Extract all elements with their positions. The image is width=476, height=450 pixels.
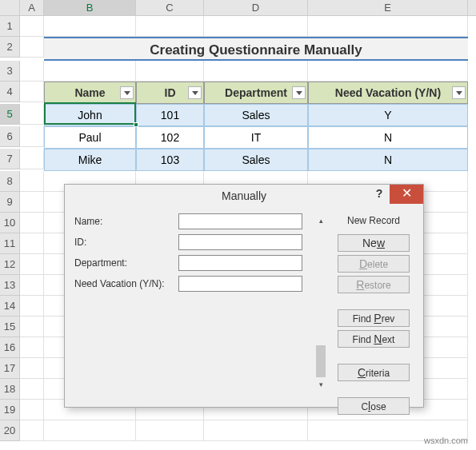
cell[interactable] [20,61,44,82]
cell[interactable] [20,317,44,337]
cell[interactable] [44,420,136,441]
cell[interactable] [20,171,44,192]
cell[interactable] [20,275,44,296]
find-prev-button[interactable]: Find Prev [338,309,410,327]
cell[interactable] [20,37,44,58]
filter-icon[interactable] [452,86,466,99]
cell-name[interactable]: Mike [44,149,136,171]
title-cell[interactable]: Creating Questionnaire Manually [44,37,468,61]
header-label: Name [74,86,105,99]
find-next-button[interactable]: Find Next [338,330,410,348]
row-header[interactable]: 19 [0,400,20,420]
row-header[interactable]: 18 [0,379,20,400]
cell[interactable] [20,233,44,254]
col-header-b[interactable]: B [44,0,136,16]
row-header[interactable]: 11 [0,233,20,254]
cell-name[interactable]: Paul [44,126,136,149]
cell-dept[interactable]: Sales [204,104,308,126]
row-header[interactable]: 16 [0,337,20,358]
cell[interactable] [20,379,44,400]
cell-vac[interactable]: N [308,126,468,149]
row-header[interactable]: 4 [0,82,20,102]
row-1: 1 [0,16,476,37]
record-scrollbar[interactable]: ▴ ▾ [314,215,327,392]
cell[interactable] [204,61,308,82]
row-header[interactable]: 3 [0,61,20,82]
row-header[interactable]: 8 [0,171,20,192]
input-id[interactable] [178,234,302,250]
col-header-e[interactable]: E [308,0,468,16]
help-button[interactable]: ? [369,185,390,205]
cell[interactable] [204,16,308,37]
cell-id[interactable]: 101 [136,104,204,126]
dialog-titlebar[interactable]: Manually ? ✕ [65,185,423,207]
row-header[interactable]: 5 [0,104,20,125]
row-header[interactable]: 2 [0,37,20,58]
row-header[interactable]: 13 [0,275,20,296]
cell[interactable] [136,61,204,82]
cell[interactable] [20,149,44,169]
row-header[interactable]: 9 [0,192,20,213]
filter-icon[interactable] [188,86,202,99]
row-header[interactable]: 1 [0,16,20,37]
cell[interactable] [20,16,44,37]
scroll-up-icon[interactable]: ▴ [314,215,327,228]
cell[interactable] [20,420,44,441]
col-header-c[interactable]: C [136,0,204,16]
close-icon[interactable]: ✕ [390,185,423,204]
fill-handle[interactable] [134,122,138,127]
row-header[interactable]: 14 [0,296,20,317]
cell[interactable] [20,82,44,102]
close-button[interactable]: Close [338,397,410,415]
th-name[interactable]: Name [44,82,136,104]
cell[interactable] [136,16,204,37]
row-header[interactable]: 6 [0,126,20,147]
row-header[interactable]: 17 [0,358,20,379]
restore-button[interactable]: Restore [338,276,410,293]
new-button[interactable]: New [338,234,410,252]
cell[interactable] [20,126,44,147]
cell[interactable] [20,104,44,125]
filter-icon[interactable] [292,86,306,99]
cell-id[interactable]: 102 [136,126,204,149]
cell[interactable] [20,296,44,317]
cell[interactable] [44,16,136,37]
cell[interactable] [20,337,44,358]
cell[interactable] [20,254,44,275]
select-all-corner[interactable] [0,0,20,16]
cell[interactable] [308,61,468,82]
cell[interactable] [20,358,44,379]
row-header[interactable]: 12 [0,254,20,275]
column-headers: A B C D E [0,0,476,16]
cell-name[interactable]: John [44,104,136,126]
cell[interactable] [136,420,204,441]
cell-vac[interactable]: N [308,149,468,171]
th-vac[interactable]: Need Vacation (Y/N) [308,82,468,104]
criteria-button[interactable]: Criteria [338,364,410,381]
cell-vac[interactable]: Y [308,104,468,126]
filter-icon[interactable] [120,86,134,99]
input-name[interactable] [178,213,302,229]
cell[interactable] [20,400,44,420]
cell[interactable] [44,61,136,82]
input-dept[interactable] [178,255,302,271]
th-id[interactable]: ID [136,82,204,104]
cell-id[interactable]: 103 [136,149,204,171]
col-header-a[interactable]: A [20,0,44,16]
col-header-d[interactable]: D [204,0,308,16]
th-dept[interactable]: Department [204,82,308,104]
cell[interactable] [20,213,44,233]
cell-dept[interactable]: IT [204,126,308,149]
row-header[interactable]: 10 [0,213,20,233]
cell-dept[interactable]: Sales [204,149,308,171]
cell[interactable] [204,420,308,441]
scroll-thumb[interactable] [316,345,326,377]
input-vac[interactable] [178,276,302,292]
row-header[interactable]: 20 [0,420,20,441]
delete-button[interactable]: Delete [338,255,410,273]
scroll-down-icon[interactable]: ▾ [314,379,327,392]
row-header[interactable]: 15 [0,317,20,337]
cell[interactable] [20,192,44,213]
row-header[interactable]: 7 [0,149,20,169]
cell[interactable] [308,16,468,37]
